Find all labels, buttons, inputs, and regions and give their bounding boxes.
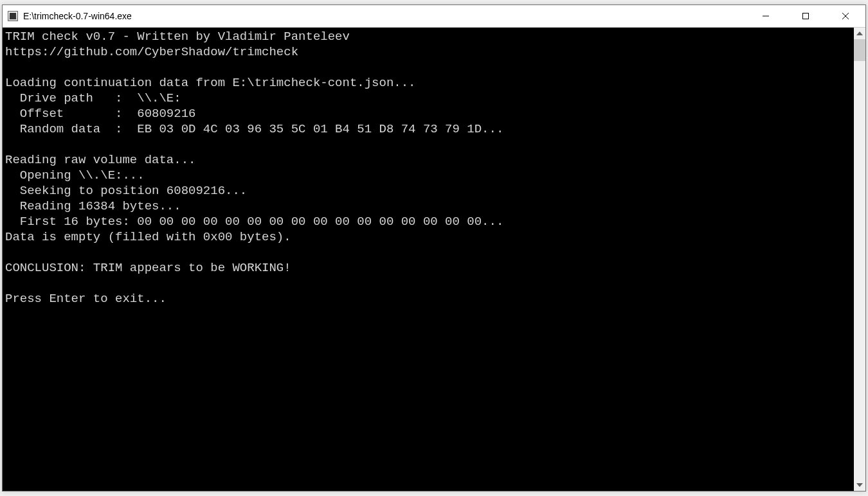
app-icon (8, 11, 18, 21)
close-button[interactable] (826, 5, 865, 27)
window-controls (746, 5, 865, 27)
chevron-down-icon (856, 483, 863, 487)
window-title: E:\trimcheck-0.7-win64.exe (23, 11, 746, 21)
scrollbar-track[interactable] (854, 39, 865, 479)
minimize-button[interactable] (746, 5, 786, 27)
maximize-icon (802, 12, 809, 20)
scrollbar-thumb[interactable] (854, 39, 865, 61)
vertical-scrollbar[interactable] (854, 28, 865, 491)
minimize-icon (762, 12, 770, 20)
scroll-down-button[interactable] (854, 479, 865, 491)
svg-rect-1 (803, 13, 809, 19)
client-area: TRIM check v0.7 - Written by Vladimir Pa… (3, 27, 865, 491)
close-icon (842, 12, 849, 20)
scroll-up-button[interactable] (854, 28, 865, 39)
chevron-up-icon (856, 31, 863, 35)
console-output[interactable]: TRIM check v0.7 - Written by Vladimir Pa… (3, 28, 854, 491)
console-window: E:\trimcheck-0.7-win64.exe TRIM check v0… (2, 4, 866, 492)
maximize-button[interactable] (786, 5, 826, 27)
titlebar[interactable]: E:\trimcheck-0.7-win64.exe (3, 5, 865, 27)
